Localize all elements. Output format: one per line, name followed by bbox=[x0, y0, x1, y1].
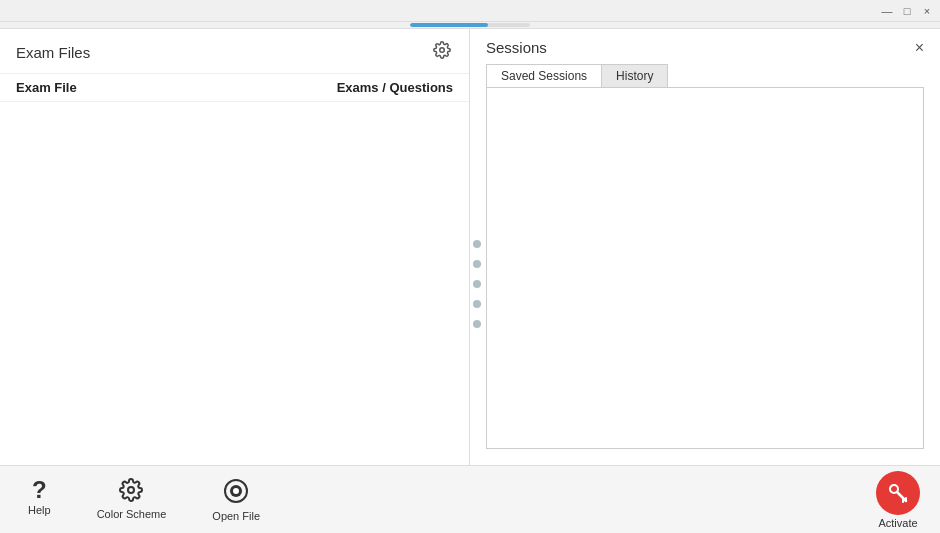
right-panel-header: Sessions × bbox=[486, 39, 924, 56]
svg-line-6 bbox=[897, 492, 906, 501]
sessions-close-button[interactable]: × bbox=[915, 40, 924, 56]
sessions-content-area bbox=[486, 87, 924, 449]
exam-files-title: Exam Files bbox=[16, 44, 90, 61]
exam-files-settings-button[interactable] bbox=[431, 39, 453, 65]
bottom-toolbar: ? Help Color Scheme Open File bbox=[0, 465, 940, 533]
minimize-button[interactable]: — bbox=[878, 2, 896, 20]
activate-button[interactable]: Activate bbox=[876, 471, 920, 529]
title-bar: — □ × bbox=[0, 0, 940, 22]
left-panel: Exam Files Exam File Exams / Questions bbox=[0, 29, 470, 465]
left-panel-body bbox=[0, 102, 469, 465]
svg-point-0 bbox=[440, 48, 445, 53]
divider-dots bbox=[473, 240, 481, 328]
svg-point-1 bbox=[128, 487, 134, 493]
left-panel-header: Exam Files bbox=[0, 29, 469, 74]
toolbar-items: ? Help Color Scheme Open File bbox=[20, 474, 876, 526]
tab-saved-sessions[interactable]: Saved Sessions bbox=[487, 65, 602, 87]
help-icon: ? bbox=[32, 478, 47, 502]
tabs-row: Saved Sessions History bbox=[486, 64, 668, 87]
window-controls: — □ × bbox=[878, 2, 936, 20]
divider-dot bbox=[473, 280, 481, 288]
progress-fill bbox=[410, 23, 488, 27]
color-scheme-icon bbox=[119, 478, 143, 506]
divider-dot bbox=[473, 240, 481, 248]
activate-label: Activate bbox=[878, 517, 917, 529]
open-file-button[interactable]: Open File bbox=[204, 474, 268, 526]
gear-icon bbox=[433, 41, 451, 59]
color-scheme-button[interactable]: Color Scheme bbox=[89, 474, 175, 526]
open-file-label: Open File bbox=[212, 510, 260, 522]
divider-dot bbox=[473, 300, 481, 308]
progress-track bbox=[410, 23, 530, 27]
close-window-button[interactable]: × bbox=[918, 2, 936, 20]
help-button[interactable]: ? Help bbox=[20, 474, 59, 526]
col-exams-questions: Exams / Questions bbox=[337, 80, 453, 95]
divider-dot bbox=[473, 260, 481, 268]
svg-point-4 bbox=[233, 488, 239, 494]
left-panel-columns: Exam File Exams / Questions bbox=[0, 74, 469, 102]
activate-icon bbox=[876, 471, 920, 515]
maximize-button[interactable]: □ bbox=[898, 2, 916, 20]
divider-dot bbox=[473, 320, 481, 328]
open-file-icon bbox=[223, 478, 249, 508]
right-panel: Sessions × Saved Sessions History bbox=[470, 29, 940, 465]
help-label: Help bbox=[28, 504, 51, 516]
main-content: Exam Files Exam File Exams / Questions bbox=[0, 28, 940, 465]
tab-history[interactable]: History bbox=[602, 65, 667, 87]
color-scheme-label: Color Scheme bbox=[97, 508, 167, 520]
sessions-title: Sessions bbox=[486, 39, 547, 56]
col-exam-file: Exam File bbox=[16, 80, 77, 95]
